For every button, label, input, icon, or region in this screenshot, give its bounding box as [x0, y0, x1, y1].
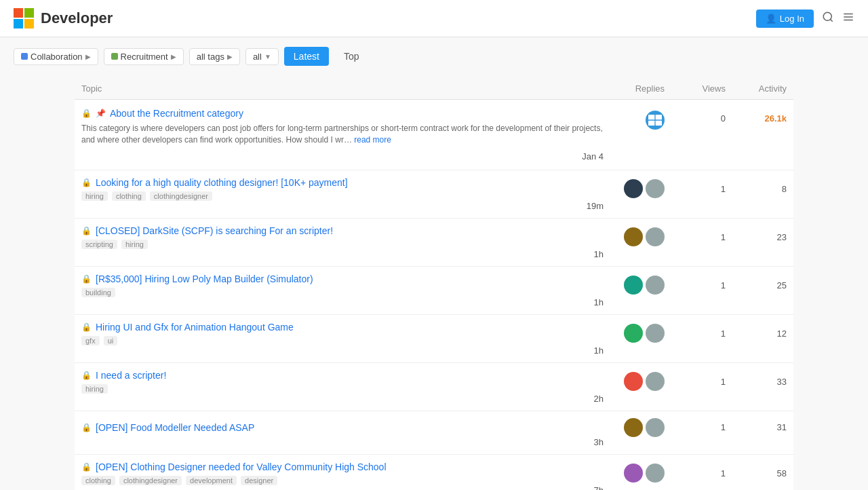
- topics-list: 🔒 Looking for a high quality clothing de…: [75, 170, 793, 490]
- logo-area: Developer: [14, 8, 113, 29]
- views-count: 12: [726, 328, 787, 339]
- lock-icon: 🔒: [81, 462, 92, 472]
- svg-rect-2: [14, 19, 23, 29]
- avatar-secondary: [646, 372, 665, 391]
- svg-rect-12: [656, 121, 662, 126]
- recruitment-dot: [111, 53, 118, 60]
- recruitment-label: Recruitment: [121, 52, 168, 62]
- avatar-secondary: [646, 179, 665, 198]
- topic-title[interactable]: Hiring UI and Gfx for Animation Hangout …: [96, 322, 294, 333]
- all-tags-filter[interactable]: all tags ▶: [189, 48, 240, 65]
- topic-info: 🔒 Hiring UI and Gfx for Animation Hangou…: [81, 322, 604, 345]
- topic-tags: scriptinghiring: [81, 240, 604, 249]
- tag[interactable]: clothingdesigner: [119, 476, 182, 485]
- windows-logo-icon: [14, 8, 34, 29]
- tag[interactable]: scripting: [81, 240, 117, 249]
- collaboration-dot: [21, 53, 28, 60]
- filter-bar: Collaboration ▶ Recruitment ▶ all tags ▶…: [0, 37, 868, 75]
- tag[interactable]: clothingdesigner: [150, 191, 212, 201]
- tag[interactable]: designer: [241, 476, 277, 485]
- svg-rect-10: [656, 115, 662, 119]
- avatar-secondary: [646, 276, 665, 295]
- views-count: 8: [726, 184, 787, 194]
- tag[interactable]: hiring: [121, 240, 148, 249]
- topic-tags: gfxui: [81, 336, 604, 345]
- topic-info: 🔒 [OPEN] Clothing Designer needed for Va…: [81, 461, 604, 485]
- activity-time: 7h: [81, 485, 604, 490]
- tag[interactable]: hiring: [81, 191, 108, 201]
- topic-title[interactable]: [OPEN] Food Modeller Needed ASAP: [96, 422, 254, 433]
- pinned-grid: 🔒 📌 About the Recruitment category This …: [81, 108, 787, 162]
- tag[interactable]: clothing: [112, 191, 146, 201]
- hamburger-button[interactable]: [842, 11, 854, 26]
- table-row: 🔒 I need a scripter! hiring 1 33 2h: [75, 363, 793, 411]
- avatar-secondary: [646, 324, 665, 343]
- activity-time: 3h: [81, 437, 604, 447]
- pinned-activity: Jan 4: [81, 146, 604, 162]
- all-filter[interactable]: all ▼: [245, 48, 279, 65]
- svg-line-5: [830, 19, 832, 21]
- topic-info: 🔒 Looking for a high quality clothing de…: [81, 177, 604, 201]
- recruitment-breadcrumb[interactable]: Recruitment ▶: [104, 48, 184, 65]
- views-count: 23: [726, 232, 787, 242]
- views-count: 33: [726, 377, 787, 387]
- title-row: 🔒 Hiring UI and Gfx for Animation Hangou…: [81, 322, 604, 333]
- title-row: 🔒 [R$35,000] Hiring Low Poly Map Builder…: [81, 274, 604, 284]
- replies-count: 1: [665, 328, 726, 339]
- activity-time: 2h: [81, 394, 604, 404]
- header-actions: 👤 Log In: [756, 10, 854, 28]
- lock-icon: 🔒: [81, 423, 92, 432]
- top-tab[interactable]: Top: [334, 47, 369, 66]
- tag[interactable]: clothing: [81, 476, 115, 485]
- lock-icon: 🔒: [81, 371, 92, 380]
- collaboration-breadcrumb[interactable]: Collaboration ▶: [14, 48, 98, 65]
- topic-tags: clothingclothingdesignerdevelopmentdesig…: [81, 476, 604, 485]
- topic-title[interactable]: I need a scripter!: [96, 370, 166, 381]
- table-row: 🔒 [CLOSED] DarkSite (SCPF) is searching …: [75, 219, 793, 267]
- tag[interactable]: development: [186, 476, 237, 485]
- table-row: 🔒 Hiring UI and Gfx for Animation Hangou…: [75, 315, 793, 363]
- activity-col-header: Activity: [726, 83, 787, 94]
- title-row: 🔒 [OPEN] Food Modeller Needed ASAP: [81, 422, 604, 433]
- topic-title[interactable]: [CLOSED] DarkSite (SCPF) is searching Fo…: [96, 225, 333, 236]
- activity-time: 1h: [81, 249, 604, 259]
- pinned-views: 26.1k: [726, 108, 787, 124]
- login-button[interactable]: 👤 Log In: [756, 10, 814, 28]
- replies-count: 1: [665, 280, 726, 290]
- topic-title[interactable]: [R$35,000] Hiring Low Poly Map Builder (…: [96, 274, 313, 284]
- tag[interactable]: hiring: [81, 384, 108, 394]
- pinned-topic-row: 🔒 📌 About the Recruitment category This …: [75, 100, 793, 170]
- views-count: 25: [726, 280, 787, 290]
- latest-tab[interactable]: Latest: [284, 47, 329, 66]
- tag[interactable]: building: [81, 288, 115, 297]
- avatar-primary: [624, 418, 643, 437]
- pinned-topic-description: This category is where developers can po…: [81, 123, 604, 146]
- search-button[interactable]: [822, 11, 834, 26]
- title-row: 🔒 I need a scripter!: [81, 370, 604, 381]
- search-icon: [822, 11, 834, 23]
- pin-icon: 📌: [96, 109, 106, 118]
- avatar-primary: [624, 276, 643, 295]
- pinned-replies: 0: [665, 108, 726, 124]
- tag[interactable]: ui: [104, 336, 118, 345]
- title-row: 🔒 Looking for a high quality clothing de…: [81, 177, 604, 188]
- tag[interactable]: gfx: [81, 336, 100, 345]
- all-tags-label: all tags: [197, 52, 224, 62]
- topic-title[interactable]: Looking for a high quality clothing desi…: [96, 177, 348, 188]
- avatar-primary: [624, 179, 643, 198]
- lock-icon: 🔒: [81, 226, 92, 235]
- svg-rect-3: [24, 19, 34, 29]
- table-row: 🔒 Looking for a high quality clothing de…: [75, 170, 793, 219]
- main-content: Topic Replies Views Activity 🔒 📌 About t…: [61, 75, 807, 490]
- site-title: Developer: [41, 10, 113, 27]
- avatars-col: [604, 179, 665, 198]
- topic-title[interactable]: [OPEN] Clothing Designer needed for Vall…: [96, 461, 387, 472]
- person-icon: 👤: [766, 14, 776, 24]
- topic-tags: hiringclothingclothingdesigner: [81, 191, 604, 201]
- pinned-topic-title[interactable]: About the Recruitment category: [110, 108, 243, 119]
- avatars-col: [604, 372, 665, 391]
- svg-point-4: [823, 12, 831, 20]
- read-more-link[interactable]: read more: [354, 135, 391, 145]
- activity-time: 1h: [81, 345, 604, 356]
- header: Developer 👤 Log In: [0, 0, 868, 37]
